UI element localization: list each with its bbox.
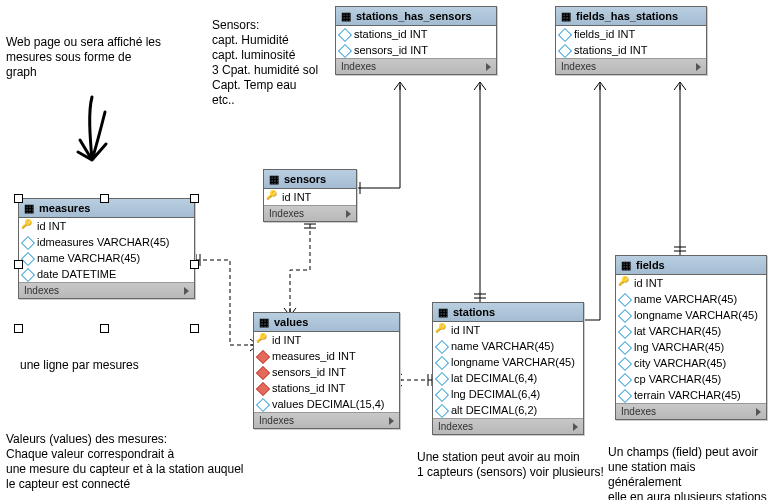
column: values DECIMAL(15,4)	[254, 396, 399, 412]
indexes-label: Indexes	[438, 421, 473, 432]
expand-icon[interactable]	[346, 210, 351, 218]
column: id INT	[264, 189, 356, 205]
expand-icon[interactable]	[696, 63, 701, 71]
column: lat DECIMAL(6,4)	[433, 370, 583, 386]
table-icon: ▦	[437, 306, 449, 318]
annotation-station: Une station peut avoir au moin 1 capteur…	[417, 450, 604, 480]
column: id INT	[19, 218, 194, 234]
table-title: stations	[453, 306, 495, 318]
column: id INT	[616, 275, 766, 291]
column: stations_id INT	[336, 26, 496, 42]
table-icon: ▦	[268, 173, 280, 185]
selection-handle[interactable]	[100, 324, 109, 333]
table-stations[interactable]: ▦stations id INTname VARCHAR(45)longname…	[432, 302, 584, 435]
column: lng DECIMAL(6,4)	[433, 386, 583, 402]
column: fields_id INT	[556, 26, 706, 42]
table-columns: id INTname VARCHAR(45)longname VARCHAR(4…	[616, 275, 766, 404]
table-columns: id INT	[264, 189, 356, 206]
table-icon: ▦	[560, 10, 572, 22]
column: id INT	[433, 322, 583, 338]
table-title: fields	[636, 259, 665, 271]
indexes-label: Indexes	[24, 285, 59, 296]
column: longname VARCHAR(45)	[616, 307, 766, 323]
table-columns: fields_id INTstations_id INT	[556, 26, 706, 59]
table-icon: ▦	[340, 10, 352, 22]
column: city VARCHAR(45)	[616, 355, 766, 371]
column: sensors_id INT	[254, 364, 399, 380]
indexes-label: Indexes	[341, 61, 376, 72]
table-fields[interactable]: ▦fields id INTname VARCHAR(45)longname V…	[615, 255, 767, 420]
selection-handle[interactable]	[14, 324, 23, 333]
table-values[interactable]: ▦values id INTmeasures_id INTsensors_id …	[253, 312, 400, 429]
table-title: fields_has_stations	[576, 10, 678, 22]
table-icon: ▦	[258, 316, 270, 328]
table-fields-has-stations[interactable]: ▦fields_has_stations fields_id INTstatio…	[555, 6, 707, 75]
table-title: values	[274, 316, 308, 328]
table-measures[interactable]: ▦measures id INTidmeasures VARCHAR(45)na…	[18, 198, 195, 299]
expand-icon[interactable]	[573, 423, 578, 431]
column: terrain VARCHAR(45)	[616, 387, 766, 403]
annotation-field: Un champs (field) peut avoir une station…	[608, 445, 769, 500]
column: measures_id INT	[254, 348, 399, 364]
table-title: stations_has_sensors	[356, 10, 472, 22]
column: longname VARCHAR(45)	[433, 354, 583, 370]
selection-handle[interactable]	[190, 324, 199, 333]
column: sensors_id INT	[336, 42, 496, 58]
selection-handle[interactable]	[14, 260, 23, 269]
expand-icon[interactable]	[184, 287, 189, 295]
expand-icon[interactable]	[486, 63, 491, 71]
column: date DATETIME	[19, 266, 194, 282]
table-columns: id INTidmeasures VARCHAR(45)name VARCHAR…	[19, 218, 194, 283]
column: idmeasures VARCHAR(45)	[19, 234, 194, 250]
column: name VARCHAR(45)	[19, 250, 194, 266]
column: lng VARCHAR(45)	[616, 339, 766, 355]
column: stations_id INT	[556, 42, 706, 58]
indexes-label: Indexes	[269, 208, 304, 219]
expand-icon[interactable]	[389, 417, 394, 425]
annotation-line-per-measure: une ligne par mesures	[20, 358, 139, 373]
indexes-label: Indexes	[259, 415, 294, 426]
indexes-label: Indexes	[621, 406, 656, 417]
table-columns: id INTmeasures_id INTsensors_id INTstati…	[254, 332, 399, 413]
table-columns: stations_id INTsensors_id INT	[336, 26, 496, 59]
column: lat VARCHAR(45)	[616, 323, 766, 339]
column: id INT	[254, 332, 399, 348]
column: name VARCHAR(45)	[433, 338, 583, 354]
table-icon: ▦	[23, 202, 35, 214]
annotation-sensors: Sensors: capt. Humidité capt. luminosité…	[212, 18, 318, 108]
selection-handle[interactable]	[190, 260, 199, 269]
column: alt DECIMAL(6,2)	[433, 402, 583, 418]
table-stations-has-sensors[interactable]: ▦stations_has_sensors stations_id INTsen…	[335, 6, 497, 75]
column: name VARCHAR(45)	[616, 291, 766, 307]
selection-handle[interactable]	[190, 194, 199, 203]
table-icon: ▦	[620, 259, 632, 271]
table-sensors[interactable]: ▦sensors id INT Indexes	[263, 169, 357, 222]
annotation-webpage: Web page ou sera affiché les mesures sou…	[6, 35, 161, 80]
table-columns: id INTname VARCHAR(45)longname VARCHAR(4…	[433, 322, 583, 419]
indexes-label: Indexes	[561, 61, 596, 72]
selection-handle[interactable]	[14, 194, 23, 203]
expand-icon[interactable]	[756, 408, 761, 416]
table-title: sensors	[284, 173, 326, 185]
column: cp VARCHAR(45)	[616, 371, 766, 387]
selection-handle[interactable]	[100, 194, 109, 203]
table-title: measures	[39, 202, 90, 214]
annotation-values: Valeurs (values) des mesures: Chaque val…	[6, 432, 244, 492]
column: stations_id INT	[254, 380, 399, 396]
